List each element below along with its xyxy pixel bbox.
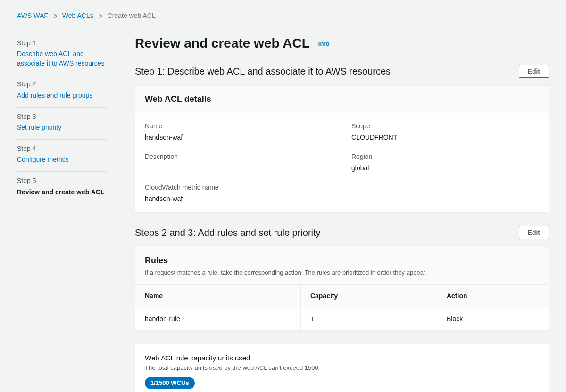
- cell-name: handon-rule: [135, 308, 300, 330]
- wizard-step-num: Step 1: [17, 39, 107, 48]
- card-title: Rules: [145, 255, 539, 267]
- breadcrumb-link-web-acls[interactable]: Web ACLs: [62, 11, 93, 21]
- info-link[interactable]: Info: [318, 40, 330, 47]
- card-subtitle: If a request matches a rule, take the co…: [145, 268, 539, 277]
- kv-label: Region: [351, 152, 539, 162]
- table-row: handon-rule 1 Block: [135, 308, 549, 330]
- wizard-step-2[interactable]: Step 2 Add rules and rule groups: [17, 75, 107, 107]
- wizard-step-label: Review and create web ACL: [17, 188, 107, 197]
- rules-table: Name Capacity Action handon-rule 1 Block: [135, 285, 549, 330]
- kv-region: Region global: [351, 152, 539, 173]
- kv-name: Name handson-waf: [145, 122, 333, 142]
- kv-label: CloudWatch metric name: [145, 183, 333, 192]
- wizard-step-4[interactable]: Step 4 Configure metrics: [17, 140, 107, 172]
- rules-card: Rules If a request matches a rule, take …: [135, 247, 549, 331]
- main-content: Review and create web ACL Info Step 1: D…: [135, 34, 549, 392]
- edit-step1-button[interactable]: Edit: [519, 65, 549, 78]
- wizard-steps-sidebar: Step 1 Describe web ACL and associate it…: [17, 34, 107, 392]
- chevron-right-icon: [53, 14, 58, 18]
- capacity-card: Web ACL rule capacity units used The tot…: [135, 344, 549, 392]
- kv-label: Description: [145, 152, 333, 162]
- kv-label: Name: [145, 122, 333, 131]
- kv-scope: Scope CLOUDFRONT: [351, 122, 539, 142]
- wizard-step-1[interactable]: Step 1 Describe web ACL and associate it…: [17, 34, 107, 75]
- wizard-step-num: Step 5: [17, 176, 107, 186]
- breadcrumb-current: Create web ACL: [108, 11, 156, 21]
- col-capacity: Capacity: [300, 285, 437, 308]
- web-acl-details-card: Web ACL details Name handson-waf Scope C…: [135, 85, 549, 213]
- col-action: Action: [437, 285, 549, 308]
- wizard-step-num: Step 2: [17, 80, 107, 89]
- wizard-step-num: Step 4: [17, 144, 107, 154]
- capacity-badge: 1/1500 WCUs: [145, 377, 195, 389]
- kv-value: global: [351, 164, 539, 173]
- kv-value: handson-waf: [145, 133, 333, 142]
- capacity-desc: The total capacity units used by the web…: [145, 364, 539, 372]
- section-heading-step1: Step 1: Describe web ACL and associate i…: [135, 65, 391, 78]
- cell-action: Block: [437, 308, 549, 330]
- kv-value: CLOUDFRONT: [351, 133, 539, 142]
- chevron-right-icon: [98, 14, 103, 18]
- section-heading-step23: Steps 2 and 3: Add rules and set rule pr…: [135, 226, 321, 239]
- wizard-step-num: Step 3: [17, 112, 107, 122]
- card-title: Web ACL details: [145, 93, 539, 105]
- kv-label: Scope: [351, 122, 539, 131]
- wizard-step-label: Set rule priority: [17, 123, 107, 133]
- wizard-step-label: Describe web ACL and associate it to AWS…: [17, 50, 107, 68]
- kv-description: Description: [145, 152, 333, 173]
- capacity-title: Web ACL rule capacity units used: [145, 353, 539, 363]
- wizard-step-label: Add rules and rule groups: [17, 91, 107, 100]
- wizard-step-5[interactable]: Step 5 Review and create web ACL: [17, 172, 107, 203]
- wizard-step-3[interactable]: Step 3 Set rule priority: [17, 108, 107, 140]
- kv-value: handson-waf: [145, 194, 333, 204]
- wizard-step-label: Configure metrics: [17, 155, 107, 165]
- col-name: Name: [135, 285, 300, 308]
- breadcrumb: AWS WAF Web ACLs Create web ACL: [17, 11, 549, 21]
- cell-capacity: 1: [300, 308, 437, 330]
- breadcrumb-link-aws-waf[interactable]: AWS WAF: [17, 11, 48, 21]
- page-title: Review and create web ACL: [135, 34, 310, 52]
- kv-cloudwatch-metric: CloudWatch metric name handson-waf: [145, 183, 333, 203]
- edit-step23-button[interactable]: Edit: [519, 226, 549, 239]
